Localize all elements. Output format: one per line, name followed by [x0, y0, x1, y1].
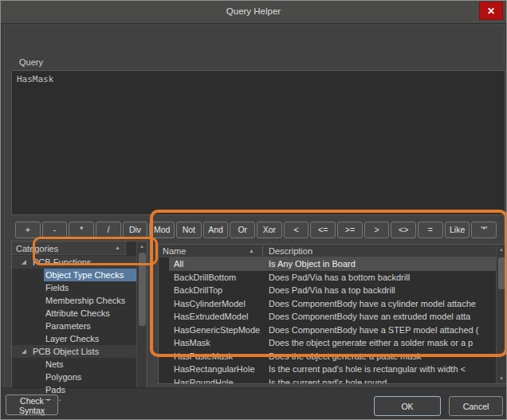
categories-column-header[interactable]: Categories ▲	[12, 241, 126, 255]
category-item[interactable]: PCB Object Lists	[12, 345, 136, 358]
function-row[interactable]: HasMaskDoes the object generate either a…	[159, 336, 496, 350]
tree-expand-icon[interactable]	[22, 349, 26, 354]
categories-header-label: Categories	[16, 244, 58, 253]
function-name-cell: BackDrillBottom	[174, 271, 236, 285]
category-item[interactable]: Nets	[12, 358, 136, 371]
tree-expand-icon[interactable]	[22, 260, 26, 265]
category-item-label: Object Type Checks	[45, 270, 124, 280]
category-item-label: Membership Checks	[45, 296, 125, 305]
operator-button[interactable]: -	[42, 222, 68, 238]
function-description-cell: Does ComponentBody have a cylinder model…	[269, 297, 494, 311]
category-item-label: Attribute Checks	[45, 308, 110, 318]
functions-rows: AllIs Any Object in BoardBackDrillBottom…	[159, 257, 496, 383]
dialog-title: Query Helper	[1, 6, 506, 16]
sort-ascending-icon[interactable]: ▲	[115, 245, 120, 250]
operator-button[interactable]: Xor	[257, 222, 282, 238]
function-row[interactable]: HasExtrudedModelDoes ComponentBody have …	[159, 310, 496, 324]
function-description-cell: Does the object generate either a solder…	[269, 336, 494, 350]
function-name-cell: HasRectangularHole	[174, 363, 255, 376]
function-description-cell: Is Any Object in Board	[269, 257, 494, 271]
category-item-label: Text	[45, 398, 61, 401]
functions-panel: Name ▲ Description AllIs Any Object in B…	[158, 244, 507, 384]
function-row[interactable]: BackDrillTopDoes Pad/Via has a top backd…	[159, 284, 496, 297]
scroll-up-icon[interactable]: ▲	[497, 245, 506, 254]
functions-scrollbar[interactable]: ▲ ▼	[496, 245, 506, 383]
function-row[interactable]: HasCylinderModelDoes ComponentBody have …	[159, 297, 496, 311]
operator-button[interactable]: <	[284, 222, 309, 238]
category-item[interactable]: PCB Functions	[12, 256, 136, 269]
operator-button[interactable]: Mod	[149, 222, 175, 238]
category-item[interactable]: Parameters	[12, 320, 136, 332]
categories-tree: PCB FunctionsObject Type ChecksFieldsMem…	[12, 256, 136, 401]
scrollbar-thumb[interactable]	[498, 257, 505, 289]
categories-scrollbar[interactable]: ▲ ▼	[136, 241, 147, 401]
operator-row: +-*/DivModNotAndOrXor<<=>=><>=Like'*'	[15, 222, 497, 238]
function-row[interactable]: HasRectangularHoleIs the current pad's h…	[159, 363, 496, 376]
function-name-cell: HasRoundHole	[174, 376, 234, 384]
operator-button[interactable]: <=	[310, 222, 336, 238]
category-item-label: Pads	[45, 385, 65, 394]
function-description-cell: Is the current pad's hole round	[269, 376, 494, 384]
category-item[interactable]: Polygons	[12, 371, 136, 383]
operator-button[interactable]: >	[364, 222, 390, 238]
close-button[interactable]: ✕	[479, 2, 503, 20]
operator-button[interactable]: And	[203, 222, 229, 238]
title-bar[interactable]: Query Helper ✕	[1, 1, 506, 24]
scroll-down-icon[interactable]: ▼	[497, 374, 506, 383]
function-row[interactable]: HasGenericStepModelDoes ComponentBody ha…	[159, 324, 496, 337]
category-item-label: PCB Functions	[33, 257, 91, 267]
category-item-label: PCB Object Lists	[33, 347, 99, 356]
query-helper-dialog: Query Helper ✕ Query HasMask +-*/DivModN…	[0, 0, 507, 420]
functions-header-row: Name ▲ Description	[159, 245, 496, 257]
category-item[interactable]: Fields	[12, 281, 136, 294]
category-item-label: Parameters	[45, 321, 91, 331]
column-header-name[interactable]: Name	[163, 246, 186, 256]
operator-button[interactable]: Not	[176, 222, 202, 238]
operator-button[interactable]: /	[96, 222, 121, 238]
close-icon: ✕	[487, 6, 495, 16]
operator-button[interactable]: =	[418, 222, 443, 238]
function-row[interactable]: HasPasteMaskDoes the object generate a p…	[159, 350, 496, 363]
operator-button[interactable]: Like	[445, 222, 470, 238]
function-name-cell: HasExtrudedModel	[174, 310, 249, 324]
category-item-label: Layer Checks	[45, 334, 99, 343]
scroll-up-icon[interactable]: ▲	[137, 241, 147, 251]
category-item[interactable]: Object Type Checks	[12, 269, 136, 281]
function-row[interactable]: BackDrillBottomDoes Pad/Via has a bottom…	[159, 271, 496, 285]
function-description-cell: Does the object generate a paste mask	[269, 350, 494, 363]
function-description-cell: Does ComponentBody have an extruded mode…	[269, 310, 494, 324]
scrollbar-thumb[interactable]	[139, 253, 146, 326]
column-header-description[interactable]: Description	[269, 246, 312, 256]
query-label: Query	[19, 57, 43, 67]
function-row[interactable]: AllIs Any Object in Board	[159, 257, 496, 271]
function-name-cell: HasMask	[174, 336, 210, 350]
category-item-label: Polygons	[45, 372, 81, 382]
query-text: HasMask	[17, 74, 53, 84]
function-row[interactable]: HasRoundHoleIs the current pad's hole ro…	[159, 376, 496, 384]
operator-button[interactable]: <>	[391, 222, 416, 238]
operator-button[interactable]: +	[15, 222, 41, 238]
operator-button[interactable]: '*'	[471, 222, 497, 238]
function-name-cell: HasGenericStepModel	[174, 324, 260, 337]
sort-ascending-icon[interactable]: ▲	[249, 248, 254, 253]
category-item[interactable]: Membership Checks	[12, 294, 136, 307]
function-name-cell: HasCylinderModel	[174, 297, 246, 311]
operator-button[interactable]: >=	[337, 222, 363, 238]
function-name-cell: HasPasteMask	[174, 350, 233, 363]
bottom-bar: Check Syntax OK Cancel	[1, 387, 506, 419]
function-description-cell: Does Pad/Via has a bottom backdrill	[269, 271, 494, 285]
operator-button[interactable]: Or	[230, 222, 255, 238]
check-syntax-mnemonic: x	[41, 406, 45, 415]
function-description-cell: Does ComponentBody have a STEP model att…	[269, 324, 494, 337]
category-item-label: Nets	[45, 359, 64, 369]
category-item[interactable]: Attribute Checks	[12, 307, 136, 320]
category-item-label: Fields	[45, 283, 69, 292]
cancel-button[interactable]: Cancel	[449, 396, 503, 416]
operator-button[interactable]: *	[69, 222, 94, 238]
category-item[interactable]: Layer Checks	[12, 332, 136, 345]
operator-button[interactable]: Div	[123, 222, 148, 238]
content-panel: Query HasMask +-*/DivModNotAndOrXor<<=>=…	[4, 25, 505, 387]
ok-button[interactable]: OK	[374, 396, 441, 416]
query-input[interactable]: HasMask	[11, 70, 505, 215]
column-divider[interactable]	[262, 245, 263, 256]
